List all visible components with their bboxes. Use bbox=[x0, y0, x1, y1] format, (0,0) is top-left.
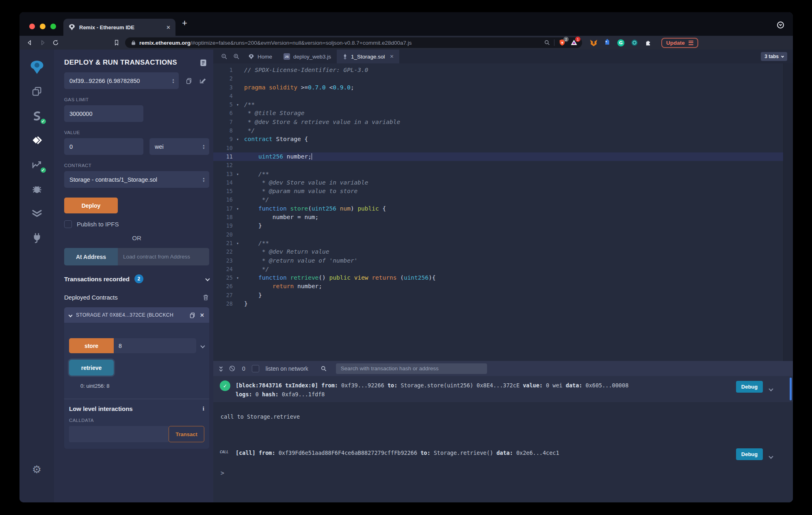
code-line[interactable]: 17▾ function store(uint256 num) public { bbox=[213, 204, 783, 213]
terminal-scrollbar[interactable] bbox=[790, 378, 792, 400]
code-line[interactable]: 11 uint256 number; bbox=[213, 152, 783, 161]
store-function-button[interactable]: store bbox=[69, 338, 114, 353]
back-button[interactable] bbox=[25, 38, 34, 47]
contract-card-header[interactable]: STORAGE AT 0X8E4...372CE (BLOCKCH ✕ bbox=[64, 307, 209, 323]
fold-arrow-icon[interactable]: ▾ bbox=[234, 239, 241, 248]
code-line[interactable]: 19 } bbox=[213, 222, 783, 230]
chevron-down-icon[interactable] bbox=[69, 313, 73, 317]
code-line[interactable]: 1// SPDX-License-Identifier: GPL-3.0 bbox=[213, 66, 783, 74]
code-line[interactable]: 9▾contract Storage { bbox=[213, 135, 783, 143]
grammarly-extension-icon[interactable]: G bbox=[617, 39, 625, 47]
tab-search-icon[interactable] bbox=[777, 22, 784, 28]
maximize-window-button[interactable] bbox=[50, 24, 56, 29]
brave-shield-icon[interactable]: 2 bbox=[558, 39, 566, 47]
trash-icon[interactable] bbox=[202, 294, 209, 301]
close-contract-icon[interactable]: ✕ bbox=[200, 312, 204, 318]
retrieve-function-button[interactable]: retrieve bbox=[69, 360, 114, 376]
new-tab-button[interactable]: + bbox=[182, 19, 187, 28]
code-line[interactable]: 6 * @title Storage bbox=[213, 109, 783, 117]
chevron-down-icon[interactable] bbox=[769, 452, 774, 457]
code-line[interactable]: 7 * @dev Store & retrieve value in a var… bbox=[213, 118, 783, 126]
browser-menu-icon[interactable] bbox=[689, 41, 693, 45]
fold-arrow-icon[interactable]: ▾ bbox=[234, 274, 241, 282]
code-line[interactable]: 25▾ function retrieve() public view retu… bbox=[213, 274, 783, 282]
window-controls[interactable] bbox=[29, 24, 56, 29]
teal-extension-icon[interactable] bbox=[630, 39, 639, 47]
bookmark-icon[interactable] bbox=[112, 38, 121, 47]
info-icon[interactable] bbox=[203, 405, 204, 412]
reload-button[interactable] bbox=[51, 38, 60, 47]
url-bar[interactable]: remix.ethereum.org/#optimize=false&runs=… bbox=[125, 37, 582, 48]
code-line[interactable]: 2 bbox=[213, 74, 783, 83]
code-line[interactable]: 14 * @dev Store value in variable bbox=[213, 178, 783, 187]
code-line[interactable]: 24 */ bbox=[213, 265, 783, 274]
code-editor[interactable]: 1// SPDX-License-Identifier: GPL-3.023pr… bbox=[213, 63, 793, 361]
fold-arrow-icon[interactable]: ▾ bbox=[234, 204, 241, 213]
static-analysis-icon[interactable]: ✓ bbox=[28, 155, 46, 174]
code-line[interactable]: 12 bbox=[213, 161, 783, 169]
code-line[interactable]: 22 * @dev Return value bbox=[213, 248, 783, 256]
plugin-manager-icon[interactable] bbox=[28, 228, 46, 247]
copy-address-icon[interactable] bbox=[189, 312, 196, 319]
zoom-out-icon[interactable] bbox=[221, 53, 227, 60]
collapse-terminal-icon[interactable] bbox=[220, 366, 222, 371]
solidity-compiler-icon[interactable]: ✓ bbox=[28, 106, 46, 125]
copy-account-icon[interactable] bbox=[185, 77, 193, 85]
code-line[interactable]: 27 } bbox=[213, 291, 783, 300]
debug-button[interactable]: Debug bbox=[736, 448, 763, 460]
extensions-puzzle-icon[interactable] bbox=[644, 39, 652, 47]
account-select[interactable]: 0xf39...92266 (6.98782850 bbox=[64, 72, 179, 89]
listen-network-checkbox[interactable] bbox=[252, 365, 259, 372]
minimize-window-button[interactable] bbox=[40, 24, 45, 29]
close-tab-icon[interactable]: ✕ bbox=[390, 54, 394, 59]
code-line[interactable]: 23 * @return value of 'number' bbox=[213, 256, 783, 265]
code-line[interactable]: 3pragma solidity >=0.7.0 <0.9.0; bbox=[213, 83, 783, 92]
terminal-entry[interactable]: call[call] from: 0xf39Fd6e51aad88F6F4ce6… bbox=[213, 443, 793, 464]
code-line[interactable]: 4 bbox=[213, 92, 783, 100]
store-argument-input[interactable] bbox=[114, 338, 196, 353]
tab-home[interactable]: Home bbox=[243, 50, 278, 63]
fold-arrow-icon[interactable]: ▾ bbox=[234, 170, 241, 178]
code-line[interactable]: 10 bbox=[213, 144, 783, 152]
code-line[interactable]: 20 bbox=[213, 230, 783, 239]
fold-arrow-icon[interactable]: ▾ bbox=[234, 135, 241, 143]
value-unit-select[interactable]: wei bbox=[149, 138, 209, 155]
transactions-recorded-row[interactable]: Transactions recorded 2 bbox=[64, 274, 209, 283]
fold-arrow-icon[interactable]: ▾ bbox=[234, 100, 241, 109]
code-line[interactable]: 13▾ /** bbox=[213, 170, 783, 178]
value-input[interactable] bbox=[64, 138, 143, 155]
tab-1-storage-sol[interactable]: 1_Storage.sol ✕ bbox=[337, 50, 399, 63]
transact-button[interactable]: Transact bbox=[169, 426, 204, 442]
browser-tab-remix[interactable]: Remix - Ethereum IDE ✕ bbox=[63, 19, 175, 36]
code-line[interactable]: 8 */ bbox=[213, 126, 783, 135]
terminal-search-input[interactable] bbox=[336, 363, 487, 374]
code-line[interactable]: 15 * @param num value to store bbox=[213, 187, 783, 196]
terminal-prompt[interactable]: > bbox=[221, 469, 793, 477]
calldata-input[interactable] bbox=[69, 426, 169, 442]
at-address-button[interactable]: At Address bbox=[64, 248, 118, 265]
editor-scrollbar[interactable] bbox=[783, 63, 793, 361]
chevron-down-icon[interactable] bbox=[769, 385, 774, 389]
terminal-output[interactable]: ✓[block:7843716 txIndex:0] from: 0xf39..… bbox=[213, 376, 793, 502]
update-button[interactable]: Update bbox=[661, 38, 698, 48]
code-line[interactable]: 26 return number; bbox=[213, 282, 783, 291]
tabs-count-button[interactable]: 3 tabs bbox=[761, 52, 787, 61]
tab-close-icon[interactable]: ✕ bbox=[166, 24, 171, 30]
zoom-in-icon[interactable] bbox=[233, 53, 240, 60]
clear-console-icon[interactable] bbox=[229, 365, 236, 372]
close-window-button[interactable] bbox=[29, 24, 35, 29]
remix-logo[interactable] bbox=[28, 58, 46, 76]
tag-extension-icon[interactable] bbox=[603, 39, 611, 47]
brave-rewards-icon[interactable]: 1 bbox=[570, 39, 578, 47]
edit-account-icon[interactable] bbox=[199, 77, 206, 85]
code-line[interactable]: 21▾ /** bbox=[213, 239, 783, 248]
debug-button[interactable]: Debug bbox=[736, 381, 763, 393]
settings-gear-icon[interactable]: ⚙ bbox=[28, 460, 46, 479]
tab-deploy-web3[interactable]: JS deploy_web3.js bbox=[278, 50, 337, 63]
code-line[interactable]: 5▾/** bbox=[213, 100, 783, 109]
zoom-page-icon[interactable] bbox=[544, 39, 550, 46]
unit-testing-icon[interactable] bbox=[28, 204, 46, 223]
deploy-button[interactable]: Deploy bbox=[64, 198, 118, 213]
documentation-icon[interactable] bbox=[199, 59, 207, 67]
chevron-down-icon[interactable] bbox=[200, 343, 205, 348]
